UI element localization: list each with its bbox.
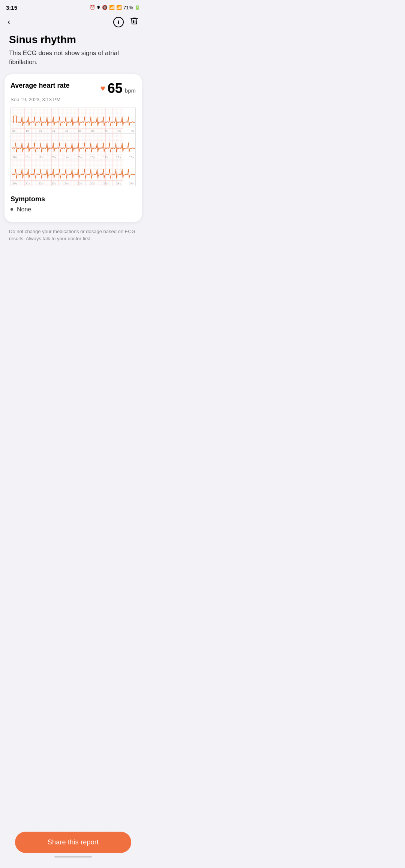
mute-icon: 🔇 — [102, 5, 108, 10]
symptoms-value: None — [17, 206, 31, 213]
ecg-container: 0s 1s 2s 3s 4s 5s 6s 7s 8s 9s — [10, 108, 136, 186]
status-time: 3:15 — [6, 4, 17, 11]
bluetooth-icon: ✱ — [97, 5, 100, 10]
top-nav: ‹ i — [0, 13, 146, 32]
back-icon: ‹ — [8, 17, 10, 27]
heart-rate-value: ♥ 65 bpm — [100, 82, 136, 95]
symptoms-section: Symptoms None — [10, 194, 136, 213]
trash-icon — [130, 16, 139, 28]
heart-icon: ♥ — [100, 84, 105, 93]
info-button[interactable]: i — [113, 17, 124, 27]
back-button[interactable]: ‹ — [8, 18, 10, 26]
page-subtitle: This ECG does not show signs of atrial f… — [9, 49, 137, 67]
wifi-icon: 📶 — [109, 5, 115, 10]
page-title: Sinus rhythm — [9, 34, 137, 46]
ecg-time-labels-2: 10s 11s 12s 13s 14s 15s 16s 17s 18s 19s — [11, 156, 135, 159]
battery-icon: 🔋 — [135, 5, 140, 10]
ecg-row-1: 0s 1s 2s 3s 4s 5s 6s 7s 8s 9s — [10, 108, 136, 134]
symptoms-title: Symptoms — [10, 195, 136, 203]
status-icons: ⏰ ✱ 🔇 📶 📶 71% 🔋 — [90, 5, 140, 10]
delete-button[interactable] — [130, 16, 139, 28]
bpm-number: 65 — [108, 82, 123, 95]
symptoms-item: None — [10, 206, 136, 213]
ecg-row-2: 10s 11s 12s 13s 14s 15s 16s 17s 18s 19s — [10, 134, 136, 160]
heart-rate-label: Average heart rate — [10, 82, 69, 90]
ecg-time-labels-3: 20s 21s 22s 23s 24s 25s 26s 27s 28s 29s — [11, 182, 135, 185]
alarm-icon: ⏰ — [90, 5, 95, 10]
ecg-row-3: 20s 21s 22s 23s 24s 25s 26s 27s 28s 29s — [10, 160, 136, 186]
heart-rate-row: Average heart rate ♥ 65 bpm — [10, 82, 136, 95]
header-section: Sinus rhythm This ECG does not show sign… — [0, 32, 146, 74]
status-bar: 3:15 ⏰ ✱ 🔇 📶 📶 71% 🔋 — [0, 0, 146, 13]
ecg-time-labels-1: 0s 1s 2s 3s 4s 5s 6s 7s 8s 9s — [11, 129, 135, 133]
disclaimer-text: Do not change your medications or dosage… — [0, 222, 146, 248]
bullet-icon — [10, 208, 13, 211]
bpm-unit: bpm — [125, 87, 136, 94]
signal-icon: 📶 — [116, 5, 122, 10]
info-circle-icon: i — [113, 17, 124, 27]
battery-level: 71% — [123, 5, 133, 10]
heart-rate-date: Sep 19, 2023, 3:13 PM — [10, 97, 136, 102]
nav-right-icons: i — [113, 16, 139, 28]
bottom-spacer — [0, 248, 146, 293]
main-card: Average heart rate ♥ 65 bpm Sep 19, 2023… — [4, 74, 142, 222]
